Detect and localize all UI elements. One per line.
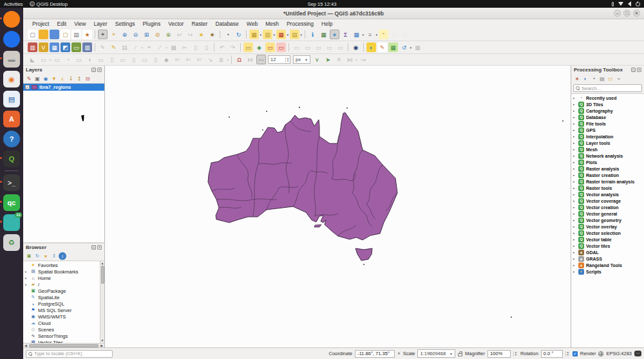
scroll-thumb[interactable] xyxy=(101,266,104,284)
clock[interactable]: Sep 15 12:43 xyxy=(0,1,644,7)
browser-tree-item[interactable]: ☁ Cloud xyxy=(23,320,100,326)
expander-icon[interactable]: ▸ xyxy=(573,199,576,203)
float-panel-icon[interactable]: ◱ xyxy=(91,245,96,250)
toolbar-icon[interactable]: ◩ ▾ xyxy=(61,42,70,52)
processing-tool-icon[interactable]: ⌁ xyxy=(615,75,623,82)
toolbar-icon[interactable]: ▭ ▾ xyxy=(325,42,334,52)
processing-tree-item[interactable]: ▸ Q Interpolation xyxy=(571,133,644,140)
toolbar-icon[interactable]: Σ ▾ xyxy=(341,30,350,39)
browser-tree-item[interactable]: ✎ SpatiaLite xyxy=(23,294,100,300)
processing-tree-item[interactable]: ▸ Q Vector tiles xyxy=(571,243,644,249)
toolbar-icon[interactable]: ▦ ▾ xyxy=(319,30,328,39)
battery-icon[interactable] xyxy=(612,2,614,6)
toolbar-icon[interactable]: ✄ ▾ xyxy=(184,55,193,64)
spin-arrows-icon[interactable]: ▲▼ xyxy=(513,351,518,356)
processing-tree-item[interactable]: ▸ Q Vector geometry xyxy=(571,217,644,223)
dock-item[interactable]: ▤ xyxy=(3,91,20,107)
menu-item[interactable]: Plugins xyxy=(138,21,164,27)
processing-tree-item[interactable]: ▸ Q Plots xyxy=(571,159,644,165)
minimize-button[interactable]: – xyxy=(614,10,621,17)
maximize-button[interactable]: □ xyxy=(623,10,630,17)
menu-item[interactable]: View xyxy=(70,21,90,27)
expander-icon[interactable]: ▸ xyxy=(573,102,576,106)
processing-tree-item[interactable]: ▸ Q Raster tools xyxy=(571,185,644,191)
scroll-up-icon[interactable]: ▲ xyxy=(101,261,104,266)
toolbar-icon[interactable]: ◐ ▾ xyxy=(366,42,376,52)
expander-icon[interactable]: ▸ xyxy=(573,263,576,267)
toolbar-icon[interactable]: ⋈ ▾ xyxy=(345,55,355,64)
magnifier-input[interactable]: 100% xyxy=(488,350,511,358)
menu-item[interactable]: Layer xyxy=(90,21,111,27)
layers-tool-icon[interactable]: ▣ xyxy=(33,75,41,82)
toolbar-icon[interactable]: ▾ xyxy=(240,43,241,51)
scale-combo[interactable]: 1:19609468 ▼ xyxy=(417,349,455,358)
toolbar-icon[interactable]: ◔ ▾ xyxy=(63,55,73,64)
expander-icon[interactable]: ▸ xyxy=(573,173,576,177)
toolbar-icon[interactable]: ▭ ▾ xyxy=(243,42,253,52)
dock-item[interactable] xyxy=(3,11,20,28)
toolbar-icon[interactable]: ▭ ▾ xyxy=(39,55,48,64)
expander-icon[interactable]: ▸ xyxy=(573,128,576,132)
dock-item[interactable] xyxy=(5,170,19,171)
toolbar-icon[interactable]: ↶ ▾ xyxy=(217,42,227,52)
coordinate-input[interactable]: -11.86°, 71.35° xyxy=(355,350,395,358)
browser-vertical-scrollbar[interactable]: ▲ ▼ xyxy=(100,261,104,343)
expander-icon[interactable]: ▸ xyxy=(573,141,576,145)
expander-icon[interactable]: ▸ xyxy=(573,225,576,228)
dock-item[interactable]: >_ xyxy=(3,174,20,191)
processing-tree-item[interactable]: ▸ Q Raster creation xyxy=(571,172,644,178)
toolbar-icon[interactable]: ∕ ▾ xyxy=(131,42,140,52)
toolbar-icon[interactable]: ⊖ ▾ xyxy=(131,30,140,39)
menu-item[interactable]: Mesh xyxy=(261,21,283,27)
processing-tool-icon[interactable]: ◐ xyxy=(582,75,589,82)
dock-item[interactable]: 31 xyxy=(3,214,20,231)
toolbar-icon[interactable]: ▥ ▾ xyxy=(82,42,92,52)
toolbar-icon[interactable]: ∕ ▾ xyxy=(155,42,165,52)
browser-tree-item[interactable]: ◗ PostgreSQL xyxy=(23,300,100,307)
processing-tool-icon[interactable]: ▤ xyxy=(598,75,606,82)
epsg-code[interactable]: EPSG:4283 xyxy=(606,351,632,356)
toolbar-icon[interactable]: ≡ ▾ xyxy=(365,30,375,39)
processing-tree-item[interactable]: ▸ Q 3D Tiles xyxy=(571,101,644,107)
toolbar-icon[interactable]: ∗ ▾ xyxy=(330,30,339,39)
menu-item[interactable]: Help xyxy=(317,21,336,27)
toolbar-icon[interactable]: ▭ ▾ xyxy=(314,42,323,52)
wifi-icon[interactable] xyxy=(618,2,623,6)
browser-horizontal-scrollbar[interactable]: ◀ ▶ xyxy=(23,343,104,347)
toolbar-icon[interactable]: ↻ ▾ xyxy=(234,30,243,39)
processing-tree-item[interactable]: ▸ ∗ GRASS xyxy=(571,255,644,262)
expander-icon[interactable]: ▸ xyxy=(573,109,576,113)
menu-item[interactable]: Database xyxy=(211,21,242,27)
toolbar-icon[interactable]: ▾ xyxy=(220,30,220,39)
expander-icon[interactable]: ▸ xyxy=(573,96,576,100)
spin-arrows-icon[interactable]: ▲▼ xyxy=(565,351,570,356)
toolbar-icon[interactable]: ▾ xyxy=(214,43,214,51)
toolbar-icon[interactable]: ▾ xyxy=(289,43,289,51)
processing-tree-item[interactable]: ▸ Q Vector general xyxy=(571,210,644,217)
toolbar-icon[interactable]: ✂ ▾ xyxy=(180,42,189,52)
toolbar-icon[interactable]: ▦ ▾ xyxy=(50,42,59,52)
dock-item[interactable]: qc xyxy=(3,194,20,211)
toolbar-icon[interactable]: V ▾ xyxy=(39,42,48,52)
toolbar-icon[interactable]: ▩ ▾ xyxy=(169,42,178,52)
expander-icon[interactable]: ▸ xyxy=(573,257,576,261)
browser-tree-item[interactable]: ▸ ▰ / xyxy=(23,281,100,288)
toolbar-icon[interactable]: ▾ xyxy=(363,43,364,51)
toolbar-icon[interactable]: ▦ ▾ xyxy=(276,30,286,39)
expander-icon[interactable]: ▸ xyxy=(573,218,576,222)
menu-item[interactable]: Project xyxy=(28,21,53,27)
toolbar-icon[interactable]: ▯ ▾ xyxy=(151,55,160,64)
browser-tree-item[interactable]: ▣ GeoPackage xyxy=(23,288,100,294)
expander-icon[interactable]: ▸ xyxy=(25,282,28,286)
toolbar-icon[interactable]: ▭ ▾ xyxy=(265,42,275,52)
toolbar-icon[interactable]: ★ ▾ xyxy=(196,30,206,39)
layers-tool-icon[interactable]: ✎ xyxy=(25,75,33,82)
toolbar-icon[interactable]: ▤ ▾ xyxy=(290,30,299,39)
close-panel-icon[interactable]: ✕ xyxy=(97,68,102,72)
expander-icon[interactable]: ▸ xyxy=(573,186,576,190)
layer-color-swatch[interactable] xyxy=(32,85,37,89)
expander-icon[interactable]: ▸ xyxy=(573,180,576,183)
toolbar-icon[interactable]: ▾ xyxy=(39,30,48,39)
processing-tree-item[interactable]: ▸ Q Raster analysis xyxy=(571,165,644,172)
toolbar-icon[interactable]: ▭ ▾ xyxy=(52,55,62,64)
